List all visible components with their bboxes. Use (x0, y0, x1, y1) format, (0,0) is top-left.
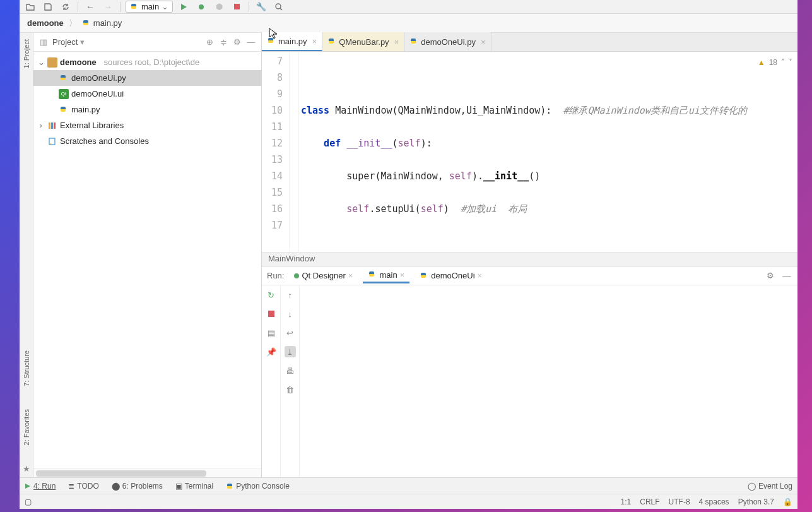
tool-favorites-tab[interactable]: 2: Favorites (23, 405, 30, 449)
horizontal-scroll[interactable] (33, 468, 261, 477)
open-icon[interactable] (23, 1, 37, 13)
bottom-tab-run[interactable]: 4: Run (25, 482, 56, 491)
bottom-tab-todo[interactable]: ≣ TODO (68, 482, 98, 491)
project-view-icon: ▥ (38, 37, 49, 47)
editor-tabs: main.py× QMenuBar.py× demoOneUi.py× (262, 33, 797, 52)
chevron-up-icon[interactable]: ˄ (781, 54, 785, 71)
close-tab-icon[interactable]: × (400, 270, 405, 280)
bottom-tab-eventlog[interactable]: ◯ Event Log (748, 482, 792, 491)
python-icon (82, 19, 91, 28)
warning-icon: ▲ (758, 54, 765, 71)
editor-breadcrumb[interactable]: MainWindow (262, 252, 797, 266)
tree-item[interactable]: Qt demoOneUi.ui (33, 86, 261, 102)
python-icon (59, 105, 69, 115)
run-tool-window: Run: Qt Designer× main× demoOneUi× ⚙ — ↻… (262, 266, 797, 477)
python-icon (420, 271, 428, 280)
close-tab-icon[interactable]: × (392, 37, 399, 47)
gear-icon[interactable]: ⚙ (765, 270, 776, 282)
debug-icon[interactable] (194, 1, 208, 13)
status-python[interactable]: Python 3.7 (738, 497, 774, 506)
trash-icon[interactable]: 🗑 (285, 384, 296, 395)
scratches-icon (47, 136, 57, 146)
forward-icon[interactable]: → (101, 1, 115, 13)
python-icon (327, 37, 336, 46)
bottom-tab-pyconsole[interactable]: Python Console (226, 482, 290, 491)
project-tool-window: ▥ Project ▾ ⊕ ≑ ⚙ — ⌄ demoone sources ro… (33, 33, 262, 477)
svg-rect-6 (49, 138, 55, 145)
breadcrumb-project[interactable]: demoone (27, 18, 64, 28)
run-tab-qtdesigner[interactable]: Qt Designer× (289, 269, 358, 282)
tree-item[interactable]: demoOneUi.py (33, 70, 261, 86)
tool-windows-toggle-icon[interactable]: ▢ (25, 497, 32, 506)
svg-rect-4 (51, 122, 53, 129)
run-config-name: main (141, 2, 159, 11)
close-tab-icon[interactable]: × (478, 271, 483, 280)
bottom-tool-stripe: 4: Run ≣ TODO ⬤ 6: Problems ▣ Terminal P… (20, 477, 797, 494)
up-icon[interactable]: ↑ (285, 289, 296, 301)
project-panel-title[interactable]: Project ▾ (52, 37, 201, 47)
folder-icon (47, 57, 57, 68)
chevron-down-icon[interactable]: ˅ (789, 54, 792, 71)
status-indent[interactable]: 4 spaces (699, 497, 729, 506)
coverage-icon[interactable]: ⬢ (212, 1, 226, 13)
run-tab-main[interactable]: main× (363, 268, 409, 283)
python-icon (226, 482, 233, 490)
down-icon[interactable]: ↓ (285, 308, 296, 319)
run-label: Run: (267, 271, 284, 280)
wrench-icon[interactable]: 🔧 (254, 1, 268, 13)
close-tab-icon[interactable]: × (348, 271, 353, 280)
status-caret[interactable]: 1:1 (621, 497, 632, 506)
layout-icon[interactable]: ▤ (266, 327, 277, 338)
hide-icon[interactable]: — (781, 270, 792, 282)
scroll-to-end-icon[interactable]: ⤓ (285, 346, 296, 357)
chevron-right-icon[interactable]: › (37, 121, 45, 130)
editor-tab-main[interactable]: main.py× (262, 32, 322, 51)
tool-project-tab[interactable]: 1: Project (23, 35, 30, 72)
stop-icon[interactable] (266, 308, 277, 319)
back-icon[interactable]: ← (83, 1, 97, 13)
star-icon[interactable]: ★ (23, 464, 30, 477)
run-console-output[interactable] (300, 285, 797, 477)
tree-root[interactable]: ⌄ demoone sources root, D:\ptoject\de (33, 54, 261, 70)
save-all-icon[interactable] (41, 1, 55, 13)
svg-rect-3 (49, 122, 50, 129)
python-icon (59, 73, 69, 83)
lock-icon[interactable]: 🔒 (783, 497, 792, 506)
run-tab-demooneui[interactable]: demoOneUi× (415, 269, 487, 282)
gear-icon[interactable]: ⚙ (232, 37, 242, 47)
pin-icon[interactable]: 📌 (266, 346, 277, 357)
run-config-selector[interactable]: main ⌄ (126, 1, 173, 13)
editor-tab-demooneui[interactable]: demoOneUi.py× (404, 32, 491, 51)
close-tab-icon[interactable]: × (478, 37, 486, 47)
bottom-tab-problems[interactable]: ⬤ 6: Problems (112, 482, 163, 491)
breadcrumb-file[interactable]: main.py (82, 18, 122, 28)
chevron-down-icon[interactable]: ⌄ (37, 57, 45, 67)
rerun-icon[interactable]: ↻ (266, 289, 277, 301)
python-icon (409, 37, 418, 46)
svg-rect-7 (268, 311, 274, 317)
editor-tab-qmenubar[interactable]: QMenuBar.py× (322, 32, 404, 51)
bottom-tab-terminal[interactable]: ▣ Terminal (175, 482, 213, 491)
locate-icon[interactable]: ⊕ (204, 37, 215, 47)
close-tab-icon[interactable]: × (310, 37, 317, 46)
run-icon[interactable] (177, 1, 191, 13)
collapse-icon[interactable]: ≑ (218, 37, 228, 47)
search-icon[interactable] (272, 1, 286, 13)
status-line-separator[interactable]: CRLF (640, 497, 659, 506)
soft-wrap-icon[interactable]: ↩ (285, 327, 296, 338)
tool-structure-tab[interactable]: 7: Structure (23, 347, 30, 390)
navigation-bar: demoone 〉 main.py (20, 14, 797, 33)
sync-icon[interactable] (59, 1, 73, 13)
editor-inspection-status[interactable]: ▲ 18 ˄ ˅ (758, 54, 792, 71)
code-content[interactable]: class MainWindow(QMainWindow,Ui_MainWind… (298, 52, 797, 252)
tree-item[interactable]: main.py (33, 102, 261, 117)
tree-external-libs[interactable]: › External Libraries (33, 117, 261, 133)
fold-gutter[interactable] (290, 52, 298, 252)
main-toolbar: ← → main ⌄ ⬢ 🔧 (20, 0, 797, 14)
code-editor[interactable]: ▲ 18 ˄ ˅ 7891011121314151617 class MainW… (262, 52, 797, 252)
status-encoding[interactable]: UTF-8 (669, 497, 690, 506)
stop-icon[interactable] (230, 1, 244, 13)
hide-icon[interactable]: — (246, 37, 256, 47)
tree-scratches[interactable]: Scratches and Consoles (33, 133, 261, 149)
print-icon[interactable]: 🖶 (285, 365, 296, 376)
